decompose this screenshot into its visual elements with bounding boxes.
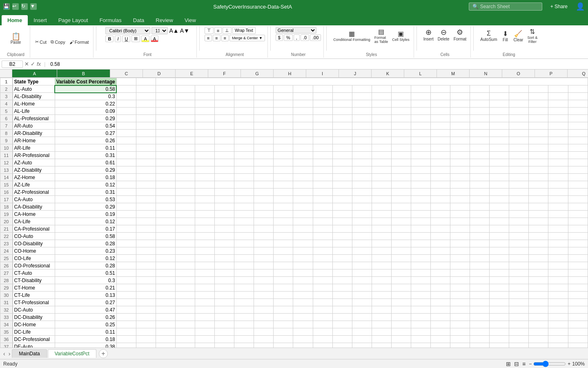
cell-H4[interactable] [215,100,234,108]
cell-H31[interactable] [215,299,234,306]
account-icon[interactable]: 👤 [576,2,585,11]
cell-P28[interactable] [372,277,391,284]
cell-X24[interactable] [529,247,548,255]
cell-F22[interactable] [175,233,195,240]
cell-N15[interactable] [332,181,352,188]
cell-S28[interactable] [431,277,450,284]
cell-J29[interactable] [254,284,274,292]
row-num-37[interactable]: 37 [0,343,13,348]
cell-L17[interactable] [293,196,313,203]
cell-T30[interactable] [450,292,470,299]
cell-I9[interactable] [234,137,254,144]
cell-C2[interactable] [116,85,136,93]
cell-P36[interactable] [372,336,391,343]
cell-c1[interactable] [116,78,136,85]
cell-H16[interactable] [215,188,234,196]
col-header-f[interactable]: F [208,70,241,77]
cell-U17[interactable] [470,196,490,203]
cell-V29[interactable] [490,284,509,292]
cell-U19[interactable] [470,211,490,218]
cell-E5[interactable] [156,108,175,115]
cell-I12[interactable] [234,159,254,166]
cell-Q18[interactable] [391,203,411,211]
row-num-5[interactable]: 5 [0,108,13,115]
cell-V20[interactable] [490,218,509,225]
cell-G9[interactable] [195,137,215,144]
cell-F3[interactable] [175,93,195,100]
cell-N23[interactable] [332,240,352,247]
cell-a11[interactable]: AR-Professional [13,152,55,159]
cell-Z17[interactable] [568,196,588,203]
cell-E30[interactable] [156,292,175,299]
cell-O16[interactable] [352,188,372,196]
cell-X21[interactable] [529,225,548,233]
cell-E25[interactable] [156,255,175,262]
fill-color-button[interactable]: A [141,36,149,42]
cell-N35[interactable] [332,328,352,336]
col-header-e[interactable]: E [176,70,208,77]
cell-O23[interactable] [352,240,372,247]
cell-C31[interactable] [116,299,136,306]
cell-G13[interactable] [195,166,215,174]
cell-M2[interactable] [313,85,332,93]
cell-D14[interactable] [136,174,156,181]
cell-P7[interactable] [372,122,391,130]
cell-G36[interactable] [195,336,215,343]
cell-I27[interactable] [234,269,254,277]
cell-F14[interactable] [175,174,195,181]
cell-R20[interactable] [411,218,430,225]
cell-F31[interactable] [175,299,195,306]
cell-W28[interactable] [509,277,529,284]
cell-I28[interactable] [234,277,254,284]
cell-O17[interactable] [352,196,372,203]
cell-X35[interactable] [529,328,548,336]
cell-J36[interactable] [254,336,274,343]
cell-H25[interactable] [215,255,234,262]
cell-K23[interactable] [274,240,293,247]
cell-D2[interactable] [136,85,156,93]
cell-T25[interactable] [450,255,470,262]
cell-J22[interactable] [254,233,274,240]
cell-W29[interactable] [509,284,529,292]
cell-U29[interactable] [470,284,490,292]
cell-b3[interactable]: 0.3 [55,93,116,100]
cell-R7[interactable] [411,122,430,130]
cell-Q4[interactable] [391,100,411,108]
cell-H10[interactable] [215,144,234,152]
cell-T37[interactable] [450,343,470,348]
cell-e1[interactable] [156,78,175,85]
cell-P11[interactable] [372,152,391,159]
cell-S3[interactable] [431,93,450,100]
cell-E17[interactable] [156,196,175,203]
cell-S36[interactable] [431,336,450,343]
cell-L19[interactable] [293,211,313,218]
cell-F20[interactable] [175,218,195,225]
cell-Y10[interactable] [548,144,568,152]
cell-Y18[interactable] [548,203,568,211]
cell-K37[interactable] [274,343,293,348]
cell-W6[interactable] [509,115,529,122]
cell-D17[interactable] [136,196,156,203]
row-num-16[interactable]: 16 [0,188,13,196]
cell-E2[interactable] [156,85,175,93]
cell-L20[interactable] [293,218,313,225]
cell-Q2[interactable] [391,85,411,93]
cell-N12[interactable] [332,159,352,166]
cell-L16[interactable] [293,188,313,196]
cell-D26[interactable] [136,262,156,269]
cell-G21[interactable] [195,225,215,233]
tab-review[interactable]: Review [150,15,179,25]
cell-W2[interactable] [509,85,529,93]
cell-R23[interactable] [411,240,430,247]
cell-H7[interactable] [215,122,234,130]
cell-d1[interactable] [136,78,156,85]
cell-G8[interactable] [195,130,215,137]
cell-R3[interactable] [411,93,430,100]
cell-F30[interactable] [175,292,195,299]
cell-a17[interactable]: CA-Auto [13,196,55,203]
cell-M35[interactable] [313,328,332,336]
cell-S23[interactable] [431,240,450,247]
cell-Q35[interactable] [391,328,411,336]
cell-R2[interactable] [411,85,430,93]
cell-O8[interactable] [352,130,372,137]
